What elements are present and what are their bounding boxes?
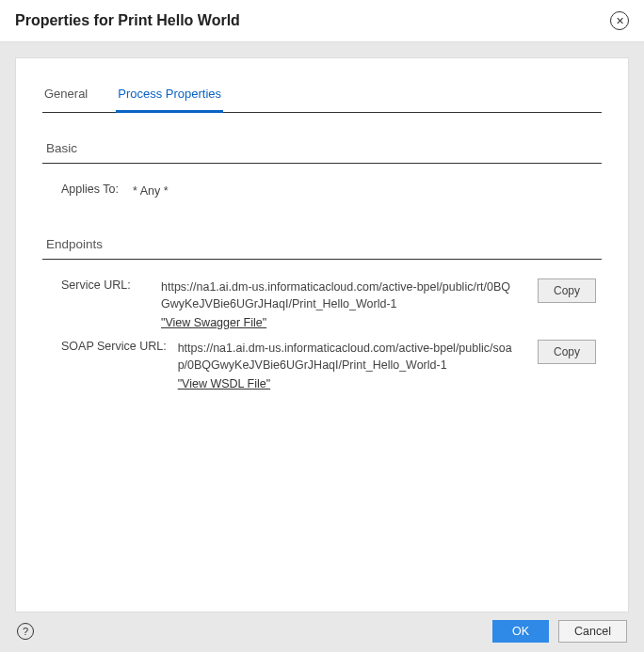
service-url-label: Service URL: [61,278,150,292]
dialog-title: Properties for Print Hello World [15,12,240,29]
section-basic-title: Basic [42,135,602,164]
ok-button[interactable]: OK [492,620,549,643]
service-url-text: https://na1.ai.dm-us.informaticacloud.co… [161,280,510,310]
tab-process-properties[interactable]: Process Properties [116,81,223,113]
soap-url-value: https://na1.ai.dm-us.informaticacloud.co… [178,340,515,392]
content-area: General Process Properties Basic Applies… [0,42,644,628]
tab-general[interactable]: General [42,81,89,113]
dialog-header: Properties for Print Hello World ✕ [0,0,644,42]
service-url-value: https://na1.ai.dm-us.informaticacloud.co… [161,278,515,331]
dialog-footer: ? OK Cancel [0,620,644,643]
tab-bar: General Process Properties [42,81,602,113]
applies-to-label: Applies To: [61,183,121,196]
copy-soap-url-button[interactable]: Copy [538,340,596,364]
copy-service-url-button[interactable]: Copy [538,278,596,303]
soap-url-label: SOAP Service URL: [61,340,167,353]
section-endpoints-title: Endpoints [42,231,602,260]
cancel-button[interactable]: Cancel [558,620,627,643]
close-icon[interactable]: ✕ [610,11,629,30]
service-url-row: Service URL: https://na1.ai.dm-us.inform… [42,275,602,335]
applies-to-row: Applies To: * Any * [42,179,602,203]
view-swagger-link[interactable]: "View Swagger File" [161,314,266,331]
help-icon[interactable]: ? [17,623,34,640]
soap-url-text: https://na1.ai.dm-us.informaticacloud.co… [178,342,512,372]
panel: General Process Properties Basic Applies… [15,57,629,612]
applies-to-value: * Any * [133,183,602,199]
view-wsdl-link[interactable]: "View WSDL File" [178,375,270,392]
soap-url-row: SOAP Service URL: https://na1.ai.dm-us.i… [42,336,602,396]
